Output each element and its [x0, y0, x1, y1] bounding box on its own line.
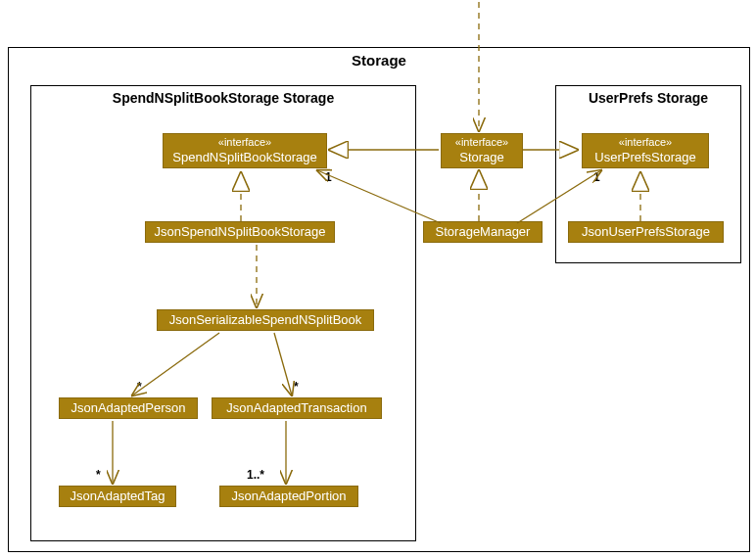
package-title: Storage [9, 52, 749, 69]
stereotype: «interface» [448, 136, 516, 150]
class-jsonserializable: JsonSerializableSpendNSplitBook [157, 309, 374, 331]
multiplicity-star: * [294, 380, 299, 394]
class-spendnsplitbookstorage: «interface» SpendNSplitBookStorage [163, 133, 327, 168]
class-name: JsonAdaptedTransaction [226, 400, 366, 415]
class-storage: «interface» Storage [441, 133, 523, 168]
multiplicity-star: * [137, 380, 142, 394]
package-storage: Storage SpendNSplitBookStorage Storage U… [8, 47, 750, 552]
multiplicity-1star: 1..* [247, 468, 264, 482]
inner-title-left: SpendNSplitBookStorage Storage [31, 90, 415, 106]
class-jsonadaptedtag: JsonAdaptedTag [59, 486, 176, 507]
class-jsonadaptedperson: JsonAdaptedPerson [59, 397, 198, 419]
stereotype: «interface» [169, 136, 320, 150]
class-name: JsonSerializableSpendNSplitBook [169, 312, 362, 327]
class-storagemanager: StorageManager [423, 221, 543, 243]
class-name: JsonAdaptedPortion [231, 488, 346, 503]
class-name: SpendNSplitBookStorage [169, 150, 320, 165]
class-name: JsonUserPrefsStorage [582, 224, 710, 239]
multiplicity-1: 1 [325, 170, 332, 184]
class-jsonuserprefsstorage: JsonUserPrefsStorage [568, 221, 724, 243]
stereotype: «interface» [589, 136, 702, 150]
class-name: UserPrefsStorage [589, 150, 702, 165]
multiplicity-star: * [96, 468, 101, 482]
class-name: JsonSpendNSplitBookStorage [155, 224, 326, 239]
class-jsonadaptedportion: JsonAdaptedPortion [219, 486, 358, 507]
class-name: StorageManager [436, 224, 531, 239]
class-name: JsonAdaptedTag [71, 488, 165, 503]
class-name: JsonAdaptedPerson [71, 400, 185, 415]
class-name: Storage [448, 150, 516, 165]
inner-title-right: UserPrefs Storage [556, 90, 740, 106]
class-jsonspendnsplitbookstorage: JsonSpendNSplitBookStorage [145, 221, 335, 243]
multiplicity-1: 1 [593, 170, 600, 184]
class-jsonadaptedtransaction: JsonAdaptedTransaction [212, 397, 382, 419]
class-userprefsstorage: «interface» UserPrefsStorage [582, 133, 709, 168]
